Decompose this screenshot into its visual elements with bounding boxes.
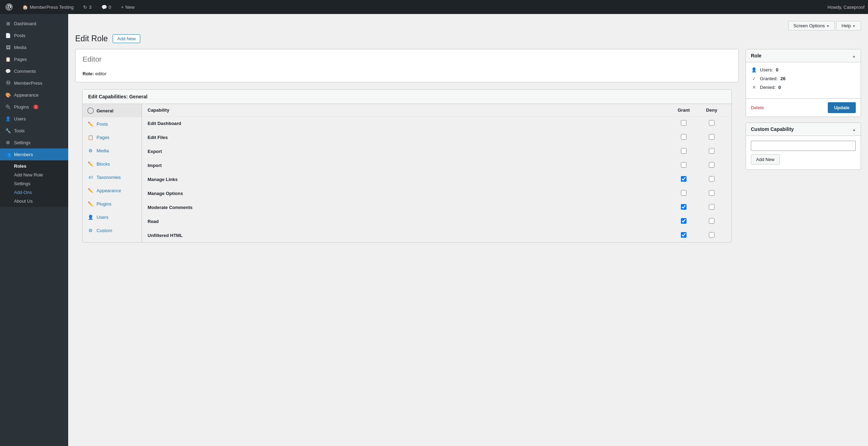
cap-nav-media-label: Media	[97, 148, 109, 153]
custom-capability-input[interactable]	[751, 141, 856, 151]
content-area: Screen Options Help Edit Role Add New Ro…	[68, 14, 868, 446]
table-row: Edit Dashboard	[142, 117, 731, 131]
media-nav-icon: ⚙	[87, 147, 94, 154]
cap-grant-edit-files[interactable]	[670, 134, 698, 141]
cap-grant-import[interactable]	[670, 162, 698, 169]
cap-grant-moderate-comments[interactable]	[670, 204, 698, 211]
submenu-add-ons[interactable]: Add-Ons	[0, 188, 68, 197]
deny-checkbox-export[interactable]	[709, 148, 714, 154]
cap-grant-edit-dashboard[interactable]	[670, 120, 698, 127]
grant-checkbox-manage-links[interactable]	[681, 176, 686, 182]
cap-nav-blocks[interactable]: ✏️ Blocks	[83, 157, 142, 170]
add-new-capability-button[interactable]: Add New	[751, 154, 780, 165]
cap-grant-read[interactable]	[670, 218, 698, 225]
cap-name-unfiltered-html: Unfiltered HTML	[148, 233, 670, 238]
deny-checkbox-manage-links[interactable]	[709, 176, 714, 182]
updates-item[interactable]: ↻ 3	[81, 5, 93, 10]
deny-checkbox-read[interactable]	[709, 218, 714, 224]
grant-checkbox-edit-files[interactable]	[681, 134, 686, 140]
deny-checkbox-unfiltered-html[interactable]	[709, 232, 714, 238]
sidebar-item-memberpress[interactable]: Ⓜ MemberPress	[0, 77, 68, 89]
cap-deny-read[interactable]	[698, 218, 726, 225]
cap-nav-general[interactable]: General	[83, 104, 142, 117]
comments-item[interactable]: 💬 0	[99, 5, 113, 10]
grant-checkbox-import[interactable]	[681, 162, 686, 168]
cap-nav-posts[interactable]: ✏️ Posts	[83, 117, 142, 131]
sidebar-item-users[interactable]: 👤 Users	[0, 113, 68, 125]
screen-options-button[interactable]: Screen Options	[788, 21, 835, 30]
cap-grant-unfiltered-html[interactable]	[670, 232, 698, 239]
custom-cap-collapse-icon[interactable]	[852, 126, 856, 132]
wp-logo[interactable]	[3, 4, 15, 11]
submenu-settings[interactable]: Settings	[0, 179, 68, 188]
sidebar-item-appearance[interactable]: 🎨 Appearance	[0, 89, 68, 101]
settings-icon: ⚙	[5, 139, 11, 146]
table-row: Import	[142, 159, 731, 173]
cap-deny-edit-files[interactable]	[698, 134, 726, 141]
sidebar-item-dashboard[interactable]: ⊞ Dashboard	[0, 18, 68, 29]
users-stat: 👤 Users: 0	[751, 67, 856, 72]
cap-grant-manage-links[interactable]	[670, 176, 698, 183]
role-name-input[interactable]	[76, 49, 738, 69]
submenu-add-new-role[interactable]: Add New Role	[0, 170, 68, 179]
grant-checkbox-manage-options[interactable]	[681, 190, 686, 196]
grant-checkbox-export[interactable]	[681, 148, 686, 154]
cap-deny-moderate-comments[interactable]	[698, 204, 726, 211]
deny-checkbox-import[interactable]	[709, 162, 714, 168]
grant-checkbox-edit-dashboard[interactable]	[681, 120, 686, 126]
deny-checkbox-moderate-comments[interactable]	[709, 204, 714, 210]
delete-link[interactable]: Delete	[751, 105, 764, 110]
admin-bar: 🏠 MemberPress Testing ↻ 3 💬 0 + New Howd…	[0, 0, 868, 14]
sidebar-item-members[interactable]: 👥 Members	[0, 148, 68, 160]
sidebar-item-plugins[interactable]: 🔌 Plugins 1	[0, 101, 68, 113]
grant-checkbox-moderate-comments[interactable]	[681, 204, 686, 210]
sidebar-item-posts[interactable]: 📄 Posts	[0, 29, 68, 41]
help-button[interactable]: Help	[836, 21, 861, 30]
new-content-item[interactable]: + New	[119, 5, 137, 10]
cap-deny-manage-options[interactable]	[698, 190, 726, 197]
submenu-about-us[interactable]: About Us	[0, 197, 68, 205]
cap-deny-edit-dashboard[interactable]	[698, 120, 726, 127]
grant-checkbox-read[interactable]	[681, 218, 686, 224]
sidebar-item-tools[interactable]: 🔧 Tools	[0, 125, 68, 137]
cap-nav-appearance[interactable]: ✏️ Appearance	[83, 184, 142, 197]
submenu-roles[interactable]: Roles	[0, 162, 68, 170]
role-panel-header: Role	[746, 49, 861, 62]
cap-deny-import[interactable]	[698, 162, 726, 169]
deny-checkbox-edit-files[interactable]	[709, 134, 714, 140]
cap-section-header: Edit Capabilities: General	[83, 90, 731, 104]
cap-nav-users[interactable]: 👤 Users	[83, 210, 142, 224]
cap-nav-pages-label: Pages	[97, 135, 109, 140]
sidebar-item-media[interactable]: 🖼 Media	[0, 41, 68, 53]
add-new-button[interactable]: Add New	[113, 34, 140, 43]
cap-grant-manage-options[interactable]	[670, 190, 698, 197]
role-panel-collapse-icon[interactable]	[852, 53, 856, 58]
sidebar-item-comments[interactable]: 💬 Comments	[0, 65, 68, 77]
cap-deny-manage-links[interactable]	[698, 176, 726, 183]
plus-icon: +	[121, 5, 124, 10]
cap-nav-plugins[interactable]: ✏️ Plugins	[83, 197, 142, 210]
custom-nav-icon: ⚙	[87, 227, 94, 234]
update-button[interactable]: Update	[828, 102, 856, 113]
cap-deny-unfiltered-html[interactable]	[698, 232, 726, 239]
deny-checkbox-manage-options[interactable]	[709, 190, 714, 196]
cap-nav-taxonomies[interactable]: 🏷 Taxonomies	[83, 170, 142, 184]
deny-checkbox-edit-dashboard[interactable]	[709, 120, 714, 126]
role-value: editor	[95, 71, 107, 76]
sidebar-item-settings[interactable]: ⚙ Settings	[0, 137, 68, 148]
content-right-row: Role: editor Edit Capabilities: General	[75, 49, 861, 250]
cap-grant-export[interactable]	[670, 148, 698, 155]
cap-nav-media[interactable]: ⚙ Media	[83, 144, 142, 157]
cap-deny-export[interactable]	[698, 148, 726, 155]
cap-nav-custom[interactable]: ⚙ Custom	[83, 224, 142, 237]
grant-checkbox-unfiltered-html[interactable]	[681, 232, 686, 238]
cap-nav-pages[interactable]: 📋 Pages	[83, 131, 142, 144]
comments-icon: 💬	[101, 5, 107, 10]
sidebar-item-pages[interactable]: 📋 Pages	[0, 53, 68, 65]
site-name-item[interactable]: 🏠 MemberPress Testing	[20, 5, 76, 10]
cap-list-header: Capability Grant Deny	[142, 104, 731, 117]
main-content: Role: editor Edit Capabilities: General	[75, 49, 739, 250]
table-row: Edit Files	[142, 131, 731, 145]
cap-name-edit-files: Edit Files	[148, 135, 670, 140]
cap-name-export: Export	[148, 149, 670, 154]
